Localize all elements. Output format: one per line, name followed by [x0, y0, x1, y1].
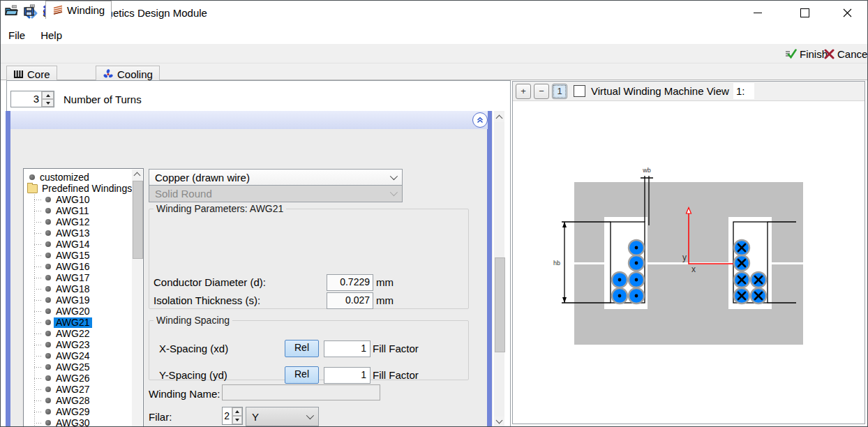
winding-name-input[interactable] — [222, 384, 380, 400]
bullet-icon — [45, 230, 51, 236]
spacing-row: X-Spacing (xd)Rel1Fill Factor — [149, 340, 468, 357]
tree-item-predefined-windings[interactable]: Predefined Windings — [24, 183, 133, 194]
material-select[interactable]: Copper (drawn wire) — [149, 169, 403, 186]
zoom-reset-button[interactable]: 1 — [552, 84, 567, 99]
cancel-button[interactable]: Cancel — [824, 47, 868, 61]
tree-item-label: AWG12 — [54, 217, 92, 227]
tab-core[interactable]: Core — [6, 66, 57, 82]
minimize-button[interactable] — [742, 1, 774, 24]
tree-item-awg19[interactable]: AWG19 — [24, 294, 133, 306]
current-out-dot — [635, 262, 638, 265]
collapse-button[interactable] — [472, 112, 488, 128]
pane-scroll-thumb[interactable] — [495, 257, 505, 352]
tree-item-label: AWG26 — [54, 373, 92, 384]
toolbar — [1, 44, 867, 63]
filar-spinner[interactable]: 2 — [222, 407, 243, 425]
filar-spin-up[interactable] — [232, 407, 242, 416]
winding-parameters-title: Winding Parameters: AWG21 — [154, 203, 286, 214]
plus-icon: + — [521, 86, 526, 96]
filar-count: 2 — [223, 407, 232, 424]
tree-item-awg26[interactable]: AWG26 — [24, 373, 133, 384]
finish-check-icon — [785, 48, 797, 59]
tree-item-awg24[interactable]: AWG24 — [24, 350, 133, 361]
chevron-down-icon — [390, 172, 398, 180]
tree-scroll-thumb[interactable] — [133, 181, 143, 259]
tree-scroll-up[interactable] — [132, 170, 142, 179]
tree-item-awg17[interactable]: AWG17 — [24, 272, 133, 283]
pane-scroll-up[interactable] — [494, 112, 504, 122]
y-axis-label: y — [682, 253, 687, 262]
turns-spin-down[interactable] — [42, 99, 54, 107]
tree-item-awg13[interactable]: AWG13 — [24, 227, 133, 239]
turns-spin-up[interactable] — [42, 91, 54, 99]
turns-value: 3 — [11, 91, 41, 107]
winding-diagram: hb wb y x — [513, 101, 865, 424]
tree-item-label: AWG10 — [54, 195, 92, 205]
filar-mode-select[interactable]: Y — [246, 407, 319, 426]
tree-item-awg25[interactable]: AWG25 — [24, 361, 133, 373]
menu-help[interactable]: Help — [38, 28, 65, 43]
tree-item-label: AWG18 — [54, 284, 92, 294]
tree-item-awg11[interactable]: AWG11 — [24, 205, 133, 216]
tree-scrollbar[interactable] — [132, 170, 142, 427]
zoom-out-button[interactable]: − — [534, 84, 549, 99]
bullet-icon — [45, 219, 51, 225]
open-button[interactable] — [3, 3, 20, 18]
bullet-icon — [45, 264, 51, 269]
panel-header — [10, 111, 488, 129]
tab-cooling[interactable]: Cooling — [96, 66, 160, 82]
tree-item-awg29[interactable]: AWG29 — [24, 406, 133, 417]
tree-item-awg20[interactable]: AWG20 — [24, 306, 133, 317]
finish-label: Finish — [800, 48, 828, 60]
spacing-label: Y-Spacing (yd) — [159, 369, 227, 381]
view-index-field[interactable]: 1: — [733, 83, 755, 99]
cooling-fan-icon — [103, 69, 114, 80]
menu-file[interactable]: File — [6, 28, 28, 43]
tree-item-customized[interactable]: customized — [24, 172, 133, 183]
finish-button[interactable]: Finish — [785, 47, 828, 61]
fill-factor-input[interactable]: 1 — [324, 367, 371, 384]
close-button[interactable] — [831, 1, 863, 24]
pane-scrollbar[interactable] — [494, 111, 504, 427]
fill-factor-input[interactable]: 1 — [324, 340, 371, 357]
maximize-button[interactable] — [788, 1, 821, 24]
tree-item-awg14[interactable]: AWG14 — [24, 239, 133, 250]
tree-branch-line — [34, 222, 43, 223]
parameter-label: Conductor Diameter (d): — [154, 276, 266, 288]
tree-item-awg23[interactable]: AWG23 — [24, 339, 133, 350]
x-axis-label: x — [691, 264, 696, 274]
rel-button[interactable]: Rel — [285, 366, 319, 384]
tree-item-awg15[interactable]: AWG15 — [24, 250, 133, 261]
shape-select-value: Solid Round — [155, 188, 212, 200]
zoom-in-button[interactable]: + — [516, 84, 531, 99]
tree-item-label: AWG24 — [54, 351, 92, 361]
spacing-label: X-Spacing (xd) — [159, 343, 228, 354]
bullet-icon — [45, 308, 51, 314]
view-checkbox[interactable] — [574, 85, 585, 97]
save-button[interactable] — [22, 3, 38, 18]
tree-branch-line — [34, 211, 43, 211]
tree-item-awg16[interactable]: AWG16 — [24, 261, 133, 272]
tab-core-label: Core — [27, 68, 50, 80]
pane-scroll-down[interactable] — [494, 417, 504, 426]
shape-select: Solid Round — [149, 185, 403, 202]
winding-machine-canvas: hb wb y x — [513, 101, 865, 424]
tree-item-awg28[interactable]: AWG28 — [24, 395, 133, 406]
tree-item-awg10[interactable]: AWG10 — [24, 194, 133, 205]
parameter-value-field[interactable]: 0.7229 — [327, 274, 373, 291]
tree-item-awg21[interactable]: AWG21 — [24, 317, 133, 328]
tree-item-awg30[interactable]: AWG30 — [24, 417, 133, 427]
tab-cooling-label: Cooling — [117, 68, 153, 80]
parameter-value-field[interactable]: 0.027 — [327, 292, 373, 309]
tab-winding[interactable]: Winding — [45, 1, 112, 19]
tree-item-awg27[interactable]: AWG27 — [24, 384, 133, 395]
tree-item-awg18[interactable]: AWG18 — [24, 283, 133, 294]
menu-bar: File Help — [1, 27, 867, 44]
parameter-row: Isolation Thickness (s):0.027mm — [149, 292, 468, 309]
bullet-icon — [45, 331, 51, 336]
turns-spinner[interactable]: 3 — [10, 91, 54, 107]
tree-item-awg22[interactable]: AWG22 — [24, 328, 133, 339]
filar-spin-down[interactable] — [232, 416, 242, 424]
tree-item-awg12[interactable]: AWG12 — [24, 216, 133, 227]
rel-button[interactable]: Rel — [285, 340, 319, 357]
